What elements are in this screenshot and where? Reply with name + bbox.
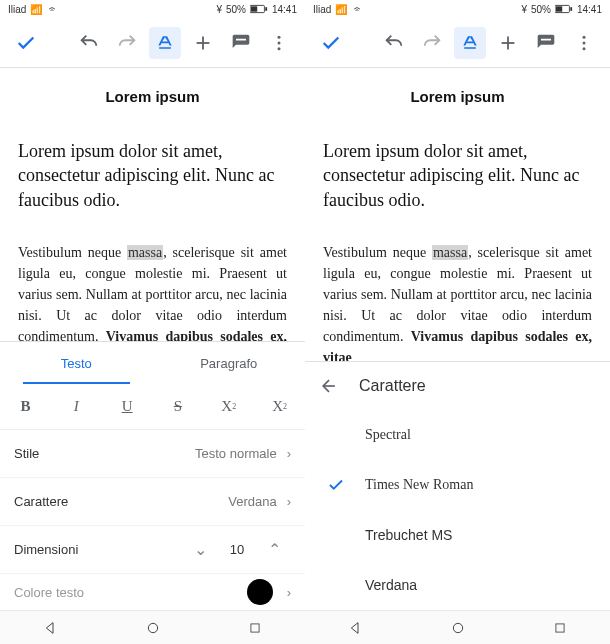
para-text: Vestibulum neque [323, 245, 432, 260]
nav-home[interactable] [145, 620, 161, 636]
doc-title: Lorem ipsum [323, 88, 592, 105]
tabs: Testo Paragrafo [0, 342, 305, 384]
document-area[interactable]: Lorem ipsum Lorem ipsum dolor sit amet, … [305, 68, 610, 361]
redo-button[interactable] [416, 27, 448, 59]
document-area[interactable]: Lorem ipsum Lorem ipsum dolor sit amet, … [0, 68, 305, 341]
svg-rect-2 [265, 7, 267, 11]
back-button[interactable] [319, 376, 339, 396]
check-icon [327, 476, 345, 494]
more-button[interactable] [263, 27, 295, 59]
chevron-right-icon: › [287, 494, 291, 509]
svg-rect-12 [556, 6, 562, 11]
toolbar [0, 18, 305, 68]
signal-icon: 📶 [30, 4, 42, 15]
doc-paragraph: Vestibulum neque massa, scelerisque sit … [323, 242, 592, 361]
size-decrement[interactable]: ⌄ [183, 540, 217, 559]
doc-title: Lorem ipsum [18, 88, 287, 105]
font-label: Carattere [14, 494, 228, 509]
svg-point-9 [149, 623, 158, 632]
highlighted-word: massa [432, 245, 468, 260]
color-swatch [247, 579, 273, 605]
color-row[interactable]: Colore testo › [0, 574, 305, 610]
format-panel: Testo Paragrafo B I U S X2 X2 Stile Test… [0, 341, 305, 610]
comment-button[interactable] [530, 27, 562, 59]
svg-rect-10 [251, 623, 259, 631]
redo-button[interactable] [111, 27, 143, 59]
svg-point-17 [583, 41, 586, 44]
svg-rect-1 [251, 6, 257, 11]
left-screen: Iliad 📶 ¥ 50% 14:41 [0, 0, 305, 644]
superscript-button[interactable]: X2 [203, 384, 254, 429]
undo-button[interactable] [378, 27, 410, 59]
comment-button[interactable] [225, 27, 257, 59]
size-label: Dimensioni [14, 542, 183, 557]
panel-title: Carattere [359, 377, 426, 395]
wifi-icon [46, 4, 58, 14]
svg-marker-20 [351, 622, 358, 633]
confirm-button[interactable] [10, 27, 42, 59]
font-item-times[interactable]: Times New Roman [305, 460, 610, 510]
tab-paragraph[interactable]: Paragrafo [153, 342, 306, 384]
add-button[interactable] [187, 27, 219, 59]
nav-home[interactable] [450, 620, 466, 636]
battery-pct: 50% [226, 4, 246, 15]
color-label: Colore testo [14, 585, 247, 600]
battery-icon [555, 4, 573, 14]
more-button[interactable] [568, 27, 600, 59]
font-value: Verdana [228, 494, 276, 509]
tab-text[interactable]: Testo [0, 342, 153, 384]
confirm-button[interactable] [315, 27, 347, 59]
style-row[interactable]: Stile Testo normale › [0, 430, 305, 478]
svg-rect-22 [556, 623, 564, 631]
signal-icon: 📶 [335, 4, 347, 15]
clock: 14:41 [272, 4, 297, 15]
carrier-label: Iliad [313, 4, 331, 15]
svg-point-21 [454, 623, 463, 632]
clock: 14:41 [577, 4, 602, 15]
toolbar [305, 18, 610, 68]
size-increment[interactable]: ⌃ [257, 540, 291, 559]
style-label: Stile [14, 446, 195, 461]
font-panel: Carattere Spectral Times New Roman Trebu… [305, 361, 610, 610]
right-screen: Iliad 📶 ¥ 50% 14:41 [305, 0, 610, 644]
add-button[interactable] [492, 27, 524, 59]
bold-button[interactable]: B [0, 384, 51, 429]
subscript-button[interactable]: X2 [254, 384, 305, 429]
font-name: Spectral [365, 427, 411, 443]
status-bar: Iliad 📶 ¥ 50% 14:41 [305, 0, 610, 18]
font-item-spectral[interactable]: Spectral [305, 410, 610, 460]
yen-icon: ¥ [521, 4, 527, 15]
nav-recent[interactable] [248, 621, 262, 635]
size-value: 10 [217, 542, 257, 557]
font-name: Verdana [365, 577, 417, 593]
svg-point-5 [278, 35, 281, 38]
format-buttons: B I U S X2 X2 [0, 384, 305, 430]
doc-heading: Lorem ipsum dolor sit amet, consectetur … [323, 139, 592, 212]
strikethrough-button[interactable]: S [152, 384, 203, 429]
nav-bar [0, 610, 305, 644]
svg-marker-8 [46, 622, 53, 633]
text-format-button[interactable] [149, 27, 181, 59]
nav-recent[interactable] [553, 621, 567, 635]
battery-pct: 50% [531, 4, 551, 15]
doc-heading: Lorem ipsum dolor sit amet, consectetur … [18, 139, 287, 212]
font-row[interactable]: Carattere Verdana › [0, 478, 305, 526]
font-item-trebuchet[interactable]: Trebuchet MS [305, 510, 610, 560]
para-text: Vestibulum neque [18, 245, 127, 260]
text-format-button[interactable] [454, 27, 486, 59]
nav-bar [305, 610, 610, 644]
nav-back[interactable] [348, 620, 364, 636]
svg-point-18 [583, 47, 586, 50]
underline-button[interactable]: U [102, 384, 153, 429]
svg-point-6 [278, 41, 281, 44]
carrier-label: Iliad [8, 4, 26, 15]
highlighted-word: massa [127, 245, 163, 260]
font-item-verdana[interactable]: Verdana [305, 560, 610, 610]
undo-button[interactable] [73, 27, 105, 59]
italic-button[interactable]: I [51, 384, 102, 429]
status-bar: Iliad 📶 ¥ 50% 14:41 [0, 0, 305, 18]
svg-point-16 [583, 35, 586, 38]
nav-back[interactable] [43, 620, 59, 636]
doc-paragraph: Vestibulum neque massa, scelerisque sit … [18, 242, 287, 341]
yen-icon: ¥ [216, 4, 222, 15]
